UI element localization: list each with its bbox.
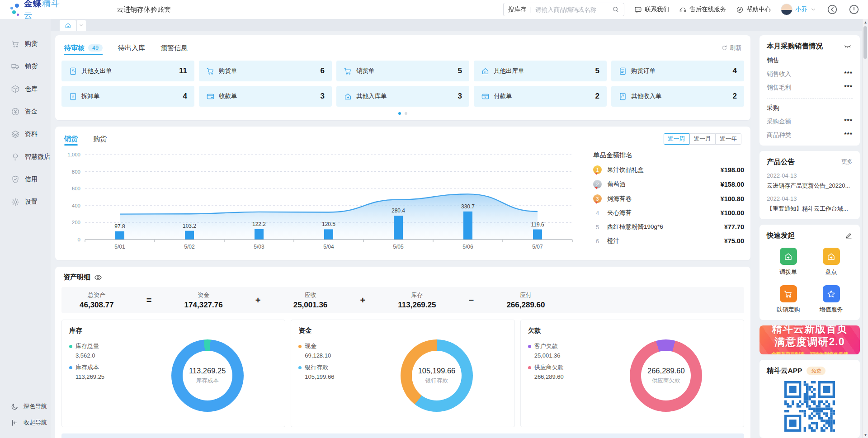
quick-purchase-by-sales[interactable]: 以销定购 — [767, 285, 810, 314]
period-year-button[interactable]: 近一年 — [716, 133, 742, 145]
gear-icon — [11, 198, 20, 207]
svg-text:5/07: 5/07 — [532, 244, 543, 250]
contact-us-link[interactable]: 联系我们 — [634, 5, 669, 14]
chat-icon — [634, 6, 642, 14]
plus-sign: + — [255, 295, 261, 306]
todo-card-other-inbound[interactable]: 其他入库单 3 — [336, 86, 469, 107]
after-sales-service-link[interactable]: 售后在线服务 — [679, 5, 726, 14]
shield-check-icon — [11, 175, 20, 184]
card-count: 5 — [458, 66, 462, 75]
quick-transfer-order[interactable]: 调拨单 — [767, 248, 810, 276]
pager-dot-1[interactable] — [398, 112, 401, 115]
tab-sales[interactable]: 销货 — [64, 132, 78, 146]
todo-card-sales-order[interactable]: 销货单 5 — [336, 61, 469, 81]
eye-icon[interactable] — [94, 273, 102, 282]
scroll-thumb[interactable] — [863, 26, 867, 59]
pager-dot-2[interactable] — [405, 112, 407, 115]
ranking-row[interactable]: 4 夹心海苔 ¥100.00 — [593, 209, 744, 217]
monthly-summary-widget: 本月采购销售情况 销售 销售收入 *** 销售毛利 *** 采购 — [760, 35, 860, 146]
help-icon — [736, 6, 744, 14]
svg-text:5/04: 5/04 — [323, 244, 334, 250]
more-link[interactable]: 更多 — [841, 158, 853, 166]
eye-closed-icon[interactable] — [843, 43, 853, 50]
svg-text:800: 800 — [72, 169, 80, 174]
collapse-icon — [11, 419, 19, 427]
todo-card-disassembly[interactable]: # 拆卸单 4 — [61, 86, 194, 107]
sidebar-item-purchase[interactable]: 购货 — [0, 33, 51, 55]
chevron-down-icon — [79, 23, 84, 28]
user-name: 小乔 — [795, 5, 807, 14]
quick-stocktake[interactable]: 盘点 — [810, 248, 853, 276]
todo-card-receipt[interactable]: 收款单 3 — [199, 86, 332, 107]
todo-card-purchase-order[interactable]: 购货单 6 — [199, 61, 332, 81]
ranking-row[interactable]: 3 烤海苔卷 ¥100.80 — [593, 194, 744, 203]
layers-icon — [11, 130, 20, 139]
summary-row: 商品种类 *** — [767, 131, 853, 139]
sidebar-item-smart-store[interactable]: 智慧微店 — [0, 146, 51, 168]
star-icon — [826, 289, 836, 299]
card-count: 11 — [179, 66, 187, 75]
inventory-term: 库存 113,269.25 — [398, 291, 436, 310]
tab-dropdown-button[interactable] — [77, 20, 86, 31]
box-icon — [11, 85, 20, 94]
inventory-donut-card: 库存 库存总量 3,562.0 库存成本 113,269.25 — [61, 320, 285, 427]
back-to-old-version-button[interactable] — [826, 4, 838, 15]
todo-card-payment[interactable]: ¥ 付款单 2 — [474, 86, 607, 107]
page-scrollbar[interactable]: ▲ ▼ — [862, 19, 868, 438]
next-section-peek — [61, 433, 744, 438]
collapse-nav-button[interactable]: 收起导航 — [0, 414, 51, 431]
scroll-down-arrow[interactable]: ▼ — [863, 432, 868, 438]
inventory-search[interactable]: 搜库存 | — [503, 3, 624, 16]
tab-warning-info[interactable]: 预警信息 — [160, 41, 188, 55]
order-doc-icon — [618, 67, 627, 75]
house-check-icon — [826, 252, 836, 261]
home-icon — [65, 22, 71, 29]
period-month-button[interactable]: 近一月 — [689, 133, 716, 145]
sidebar-item-funds[interactable]: 资金 — [0, 100, 51, 123]
ranking-row[interactable]: 5 西红柿意粉酱190g*6 ¥77.70 — [593, 223, 744, 231]
chevron-down-icon — [810, 6, 816, 13]
ranking-row[interactable]: 6 橙汁 ¥75.00 — [593, 237, 744, 245]
todo-card-other-outbound[interactable]: 其他出库单 5 — [474, 61, 607, 81]
scroll-up-arrow[interactable]: ▲ — [863, 19, 868, 25]
sidebar-item-data[interactable]: 资料 — [0, 123, 51, 146]
tab-pending-review[interactable]: 待审核 49 — [64, 41, 103, 55]
announcement-link[interactable]: 云进销存产品更新公告_20220... — [767, 182, 853, 190]
help-center-link[interactable]: 帮助中心 — [736, 5, 771, 14]
period-week-button[interactable]: 近一周 — [664, 133, 690, 145]
search-scope-label[interactable]: 搜库存 — [508, 5, 527, 14]
purchase-section-label: 采购 — [767, 104, 853, 112]
search-input[interactable] — [535, 6, 609, 13]
logout-button[interactable] — [848, 4, 860, 15]
ranking-row[interactable]: 1 果汁饮品礼盒 ¥198.00 — [593, 165, 744, 174]
svg-text:97.8: 97.8 — [114, 223, 125, 230]
sidebar-item-sales[interactable]: 销货 — [0, 55, 51, 78]
ranking-row[interactable]: 2 葡萄酒 ¥158.00 — [593, 180, 744, 188]
legend-item: 客户欠款 25,001.36 — [528, 342, 596, 359]
home-tab[interactable] — [60, 20, 76, 31]
todo-card-other-expense[interactable]: ¥» 其他支出单 11 — [61, 61, 194, 81]
edit-pencil-icon[interactable] — [845, 232, 853, 240]
gold-medal-icon: 1 — [593, 165, 602, 174]
sidebar-item-settings[interactable]: 设置 — [0, 191, 51, 213]
refresh-button[interactable]: 刷新 — [721, 44, 741, 52]
quick-value-added-service[interactable]: 增值服务 — [810, 285, 853, 314]
todo-card-other-income[interactable]: ¥« 其他收入单 2 — [611, 86, 744, 107]
svg-text:5/05: 5/05 — [393, 244, 404, 250]
sidebar-item-warehouse[interactable]: 仓库 — [0, 78, 51, 100]
sales-section-label: 销售 — [767, 57, 853, 65]
app-logo[interactable]: 金蝶精斗云 — [10, 0, 63, 21]
card-count: 2 — [733, 92, 737, 101]
tab-purchase[interactable]: 购货 — [93, 132, 107, 146]
receivable-term: 应收 25,001.36 — [293, 291, 328, 310]
tab-pending-inout[interactable]: 待出入库 — [118, 41, 145, 55]
sidebar-item-credit[interactable]: 信用 — [0, 168, 51, 191]
survey-banner[interactable]: 精斗云新版首页 满意度调研2.0 全新首页已到来 期待收到您的反馈 — [760, 325, 860, 354]
search-icon[interactable] — [612, 6, 619, 13]
dark-nav-toggle[interactable]: 深色导航 — [0, 398, 51, 414]
top-bar: 金蝶精斗云 云进销存体验账套 搜库存 | 联系我们 售后在线服务 帮助中心 小乔 — [0, 0, 868, 19]
announcement-link[interactable]: 【重要通知】精斗云工作台域... — [767, 205, 853, 213]
user-menu[interactable]: 小乔 — [781, 4, 816, 15]
todo-card-purchase-request[interactable]: 购货订单 4 — [611, 61, 744, 81]
inventory-donut-chart: 113,269.25 库存成本 — [171, 339, 244, 412]
